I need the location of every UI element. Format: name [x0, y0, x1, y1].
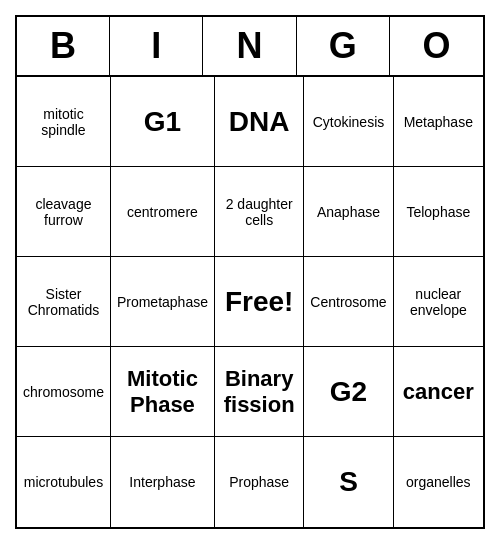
- cell-r4-c0: microtubules: [17, 437, 111, 527]
- cell-r2-c2: Free!: [215, 257, 304, 347]
- cell-r0-c1: G1: [111, 77, 215, 167]
- cell-r4-c3: S: [304, 437, 393, 527]
- header-letter: B: [17, 17, 110, 75]
- header-letter: N: [203, 17, 296, 75]
- cell-r2-c4: nuclear envelope: [394, 257, 483, 347]
- cell-r0-c3: Cytokinesis: [304, 77, 393, 167]
- cell-r3-c0: chromosome: [17, 347, 111, 437]
- cell-r0-c4: Metaphase: [394, 77, 483, 167]
- bingo-grid: mitotic spindleG1DNACytokinesisMetaphase…: [17, 77, 483, 527]
- cell-r0-c2: DNA: [215, 77, 304, 167]
- header-letter: O: [390, 17, 483, 75]
- bingo-header: BINGO: [17, 17, 483, 77]
- cell-r4-c4: organelles: [394, 437, 483, 527]
- header-letter: G: [297, 17, 390, 75]
- cell-r4-c1: Interphase: [111, 437, 215, 527]
- cell-r1-c0: cleavage furrow: [17, 167, 111, 257]
- bingo-card: BINGO mitotic spindleG1DNACytokinesisMet…: [15, 15, 485, 529]
- cell-r1-c3: Anaphase: [304, 167, 393, 257]
- cell-r1-c1: centromere: [111, 167, 215, 257]
- cell-r4-c2: Prophase: [215, 437, 304, 527]
- cell-r3-c2: Binary fission: [215, 347, 304, 437]
- cell-r0-c0: mitotic spindle: [17, 77, 111, 167]
- cell-r2-c0: Sister Chromatids: [17, 257, 111, 347]
- cell-r1-c4: Telophase: [394, 167, 483, 257]
- cell-r3-c1: Mitotic Phase: [111, 347, 215, 437]
- header-letter: I: [110, 17, 203, 75]
- cell-r3-c4: cancer: [394, 347, 483, 437]
- cell-r2-c1: Prometaphase: [111, 257, 215, 347]
- cell-r3-c3: G2: [304, 347, 393, 437]
- cell-r1-c2: 2 daughter cells: [215, 167, 304, 257]
- cell-r2-c3: Centrosome: [304, 257, 393, 347]
